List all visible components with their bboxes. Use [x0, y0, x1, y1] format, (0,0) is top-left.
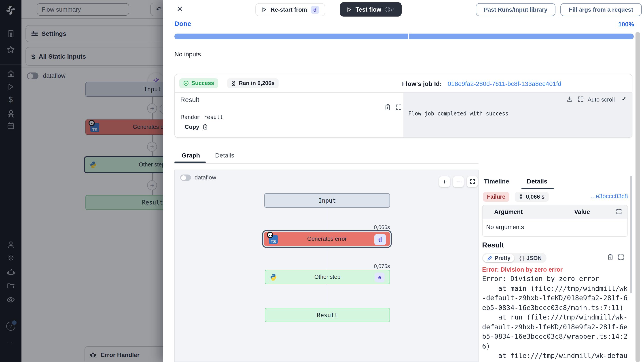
pretty-view-button[interactable]: Pretty	[483, 254, 514, 262]
page-scrollbar[interactable]	[636, 32, 640, 362]
graph-node-input[interactable]: Input	[264, 193, 390, 208]
tab-step-details[interactable]: Details	[527, 178, 548, 185]
column-argument: Argument	[494, 209, 523, 215]
step-result-title: Result	[482, 241, 504, 249]
modal-overlay[interactable]	[0, 0, 163, 362]
dataflow-toggle[interactable]	[180, 175, 191, 181]
shortcut-hint: ⌘↵	[385, 6, 395, 13]
test-flow-button[interactable]: Test flow ⌘↵	[340, 2, 402, 17]
graph-node-result[interactable]: Result	[265, 308, 390, 322]
play-icon	[261, 7, 267, 13]
flow-graph-panel: dataflow + − Input 0,066s TS Generates e…	[174, 170, 478, 362]
progress-bar-segment	[174, 34, 408, 39]
test-flow-modal: ✕ Re-start from d Test flow ⌘↵ Past Runs…	[163, 0, 644, 362]
step1-duration: 0,066s	[345, 224, 390, 230]
duration-badge: Ran in 0,206s	[227, 78, 278, 88]
error-title: Error: Division by zero error	[482, 266, 562, 273]
step-id-badge: d	[374, 234, 386, 245]
auto-scroll-label: Auto scroll	[588, 96, 615, 103]
copy-result-icon[interactable]	[384, 104, 391, 111]
tab-details-underline	[522, 188, 554, 189]
expand-table-icon[interactable]	[616, 209, 622, 215]
no-inputs-text: No inputs	[174, 51, 201, 58]
hourglass-icon	[519, 194, 523, 200]
download-log-icon[interactable]	[566, 96, 573, 103]
close-icon[interactable]: ✕	[175, 4, 185, 14]
step-duration-badge: 0,066 s	[515, 192, 548, 202]
failure-badge: Failure	[483, 192, 510, 202]
step-job-link[interactable]: ...e3bccc03c8	[590, 193, 628, 200]
fit-view-button[interactable]	[467, 176, 478, 187]
zoom-in-button[interactable]: +	[439, 176, 450, 187]
log-pane: Auto scroll ✓ Flow job completed with su…	[404, 93, 632, 137]
json-view-button[interactable]: { } JSON	[516, 254, 546, 262]
dataflow-label: dataflow	[194, 174, 216, 181]
step2-duration: 0,075s	[345, 263, 390, 269]
error-stack-trace: Error: Division by zero error at main (f…	[482, 274, 628, 362]
typescript-icon: TS	[269, 235, 278, 244]
column-value: Value	[574, 209, 590, 215]
log-text: Flow job completed with success	[408, 111, 508, 117]
tab-timeline[interactable]: Timeline	[484, 178, 509, 185]
details-scrollbar[interactable]	[630, 176, 632, 293]
copy-button[interactable]: Copy	[185, 124, 208, 130]
edge	[327, 247, 327, 270]
edge	[327, 208, 327, 231]
hourglass-icon	[231, 80, 236, 86]
past-runs-button[interactable]: Past Runs/Input library	[476, 3, 556, 16]
clipboard-icon	[202, 124, 208, 130]
copy-step-result-icon[interactable]	[607, 254, 614, 260]
result-view-switch: Pretty { } JSON	[482, 253, 547, 263]
expand-result-icon[interactable]	[395, 104, 402, 111]
arguments-table: Argument Value No arguments	[482, 205, 628, 237]
step-id-badge: d	[310, 6, 319, 14]
no-arguments-text: No arguments	[486, 224, 524, 230]
play-icon	[346, 7, 352, 12]
restart-from-button[interactable]: Re-start from d	[255, 3, 325, 16]
python-icon	[270, 273, 277, 281]
zoom-out-button[interactable]: −	[453, 176, 464, 187]
bun-icon	[267, 232, 273, 238]
step-id-badge: e	[375, 272, 384, 282]
tab-graph-underline	[174, 162, 206, 163]
graph-node-step1-selected[interactable]: TS Generates error d	[263, 231, 391, 247]
auto-scroll-check[interactable]: ✓	[622, 95, 626, 102]
screen: $ ? → ↶	[0, 0, 644, 362]
progress-bar-segment	[409, 34, 634, 39]
result-title: Result	[180, 96, 199, 103]
graph-node-step2[interactable]: Other step e	[265, 270, 390, 284]
pen-icon	[487, 255, 492, 261]
tabs-border	[174, 163, 478, 164]
job-id-link[interactable]: 018e9fa2-280d-7611-bc8f-133a8ee401fd	[448, 80, 562, 87]
tab-graph[interactable]: Graph	[182, 152, 200, 159]
progress-percent: 100%	[618, 21, 634, 28]
status-done: Done	[174, 20, 191, 27]
step-details-panel: Timeline Details Failure 0,066 s ...e3bc…	[482, 170, 628, 362]
result-value: Random result	[181, 114, 223, 120]
edge	[327, 284, 327, 308]
success-badge: Success	[179, 78, 218, 88]
tab-details[interactable]: Details	[215, 152, 234, 159]
fill-args-button[interactable]: Fill args from a request	[560, 3, 642, 16]
run-result-card: Success Ran in 0,206s Flow's job Id: 018…	[174, 74, 632, 138]
table-row: No arguments	[482, 219, 628, 236]
expand-step-result-icon[interactable]	[618, 254, 624, 260]
expand-log-icon[interactable]	[577, 96, 584, 103]
check-circle-icon	[183, 81, 189, 86]
braces-icon: { }	[520, 255, 524, 261]
maximize-icon	[469, 179, 475, 184]
table-header: Argument Value	[482, 205, 628, 219]
job-id-label: Flow's job Id:	[402, 80, 442, 87]
